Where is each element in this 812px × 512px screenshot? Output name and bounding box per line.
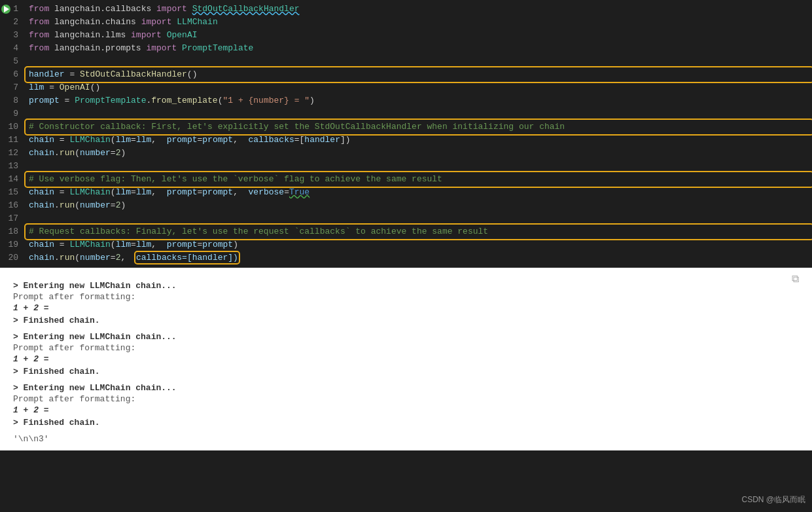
output-entering-1: > Entering new LLMChain chain... — [13, 332, 799, 342]
token-cls: PromptTemplate — [182, 43, 253, 53]
token-param: prompt — [167, 240, 198, 249]
line-number-12: 12 — [0, 147, 26, 160]
token-param: prompt — [167, 187, 198, 197]
code-content-19: chain = LLMChain(llm=llm, prompt=prompt) — [26, 238, 812, 251]
token-plain: langchain.chains — [49, 17, 141, 27]
code-content-12: chain.run(number=2) — [26, 147, 812, 160]
run-button[interactable] — [1, 5, 10, 14]
token-str: "1 + {number} = " — [222, 96, 309, 105]
token-var: chain — [29, 135, 54, 145]
code-content-16: chain.run(number=2) — [26, 199, 812, 212]
code-line-13: 13 — [0, 160, 812, 173]
token-plain: = — [131, 187, 136, 197]
token-var: llm — [136, 240, 151, 249]
code-line-10: 10# Constructor callback: First, let's e… — [0, 120, 812, 134]
token-cls: OpenAI — [167, 30, 198, 40]
code-content-8: prompt = PromptTemplate.from_template("1… — [26, 94, 812, 107]
token-var: llm — [29, 82, 44, 92]
token-var: chain — [29, 240, 54, 249]
output-result-0: 1 + 2 = — [13, 303, 799, 313]
code-line-7: 7llm = OpenAI() — [0, 81, 812, 94]
line-number-5: 5 — [0, 55, 26, 68]
token-kw: import — [131, 30, 162, 40]
code-line-5: 5 — [0, 55, 812, 68]
code-editor: 1from langchain.callbacks import StdOutC… — [0, 0, 812, 268]
token-plain — [162, 30, 167, 40]
output-label-0: Prompt after formatting: — [13, 292, 799, 302]
token-cls: StdOutCallbackHandler — [192, 4, 300, 14]
line-number-19: 19 — [0, 238, 26, 251]
token-kw: import — [141, 17, 172, 27]
csdn-watermark: CSDN @临风而眠 — [741, 494, 805, 505]
code-line-2: 2from langchain.chains import LLMChain — [0, 16, 812, 29]
output-label-2: Prompt after formatting: — [13, 394, 799, 404]
token-param: llm — [116, 240, 131, 249]
main-container: 1from langchain.callbacks import StdOutC… — [0, 0, 812, 450]
token-plain — [177, 43, 182, 53]
output-result-2: 1 + 2 = — [13, 405, 799, 415]
token-plain: . — [54, 148, 60, 158]
code-content-2: from langchain.chains import LLMChain — [26, 16, 812, 29]
copy-icon[interactable]: ⧉ — [792, 273, 799, 285]
code-content-7: llm = OpenAI() — [26, 81, 812, 94]
token-plain: =[ — [294, 135, 305, 145]
token-cls: LLMChain — [177, 17, 217, 27]
token-val: True — [289, 187, 309, 197]
token-plain: langchain.prompts — [49, 43, 146, 53]
token-var: handler — [29, 69, 65, 79]
output-block-1: > Entering new LLMChain chain...Prompt a… — [13, 332, 799, 376]
code-line-9: 9 — [0, 107, 812, 120]
line-number-20: 20 — [0, 251, 26, 265]
token-plain: ( — [111, 187, 116, 197]
token-param: callbacks — [249, 135, 294, 145]
code-line-11: 11chain = LLMChain(llm=llm, prompt=promp… — [0, 134, 812, 147]
token-plain: = — [65, 69, 80, 79]
boxed-inline-token: callbacks=[handler]) — [136, 253, 238, 263]
token-param: number — [80, 148, 111, 158]
token-plain: = — [111, 253, 116, 263]
token-var: chain — [29, 200, 54, 210]
token-var: prompt — [202, 135, 233, 145]
token-plain: = — [44, 82, 59, 92]
line-number-10: 10 — [0, 120, 26, 134]
token-plain: ) — [309, 96, 315, 105]
code-line-16: 16chain.run(number=2) — [0, 199, 812, 212]
token-cls: PromptTemplate — [75, 96, 146, 105]
output-finished-2: > Finished chain. — [13, 418, 799, 428]
token-cmt: # Constructor callback: First, let's exp… — [29, 122, 565, 132]
line-number-18: 18 — [0, 225, 26, 238]
line-number-6: 6 — [0, 68, 26, 81]
token-func: OpenAI — [60, 82, 90, 92]
code-line-1: 1from langchain.callbacks import StdOutC… — [0, 3, 812, 16]
token-plain — [187, 4, 192, 14]
token-var: prompt — [202, 187, 233, 197]
code-content-11: chain = LLMChain(llm=llm, prompt=prompt,… — [26, 134, 812, 147]
token-kw: from — [29, 43, 49, 53]
token-param: prompt — [167, 135, 198, 145]
line-number-2: 2 — [0, 16, 26, 29]
code-line-6: 6handler = StdOutCallbackHandler() — [0, 68, 812, 81]
output-finished-1: > Finished chain. — [13, 367, 799, 376]
code-line-17: 17 — [0, 212, 812, 225]
token-var: llm — [136, 187, 151, 197]
token-var: chain — [29, 253, 54, 263]
output-result-1: 1 + 2 = — [13, 354, 799, 364]
code-content-1: from langchain.callbacks import StdOutCa… — [26, 3, 812, 16]
code-content-18: # Request callbacks: Finally, let's use … — [26, 225, 812, 238]
token-cls: LLMChain — [69, 240, 110, 249]
code-content-4: from langchain.prompts import PromptTemp… — [26, 42, 812, 55]
token-plain: , — [120, 253, 135, 263]
line-number-11: 11 — [0, 134, 26, 147]
code-lines: 1from langchain.callbacks import StdOutC… — [0, 0, 812, 267]
token-plain: = — [60, 96, 75, 105]
line-number-4: 4 — [0, 42, 26, 55]
token-func: StdOutCallbackHandler — [80, 69, 187, 79]
token-plain: ( — [111, 240, 116, 249]
token-param: llm — [116, 135, 131, 145]
token-func: run — [60, 200, 75, 210]
token-plain: ) — [233, 240, 238, 249]
token-kw: from — [29, 4, 49, 14]
token-plain: () — [187, 69, 198, 79]
token-kw: import — [156, 4, 187, 14]
token-var: prompt — [202, 240, 233, 249]
